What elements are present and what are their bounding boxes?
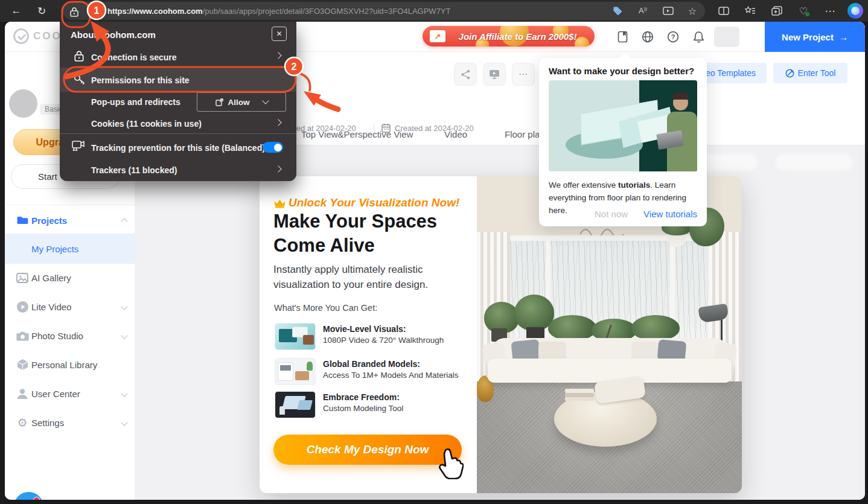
menu-item-connection-secure[interactable]: Connection is secure: [91, 53, 177, 62]
enter-tool-button[interactable]: Enter Tool: [773, 63, 847, 83]
tutorial-body-prefix: We offer extensive: [549, 180, 618, 190]
open-window-icon: [215, 98, 223, 106]
sidebar-item-settings[interactable]: ⚙ Settings: [5, 413, 135, 432]
read-aloud-icon: A)): [639, 6, 647, 15]
books: [565, 389, 594, 393]
sidebar-item-lite-video[interactable]: Lite Video: [5, 297, 135, 316]
chevron-up-icon: [121, 218, 127, 225]
refresh-button[interactable]: ↻: [34, 3, 49, 19]
check-design-button[interactable]: Check My Design Now: [273, 435, 462, 465]
url-path: /pub/saas/apps/project/detail/3FO3OGMSXV…: [203, 7, 451, 16]
secure-lock-icon: [74, 50, 84, 62]
essentials-status-dot: [805, 12, 809, 16]
feature-thumbnail-movie: [275, 323, 316, 350]
blurred-button: [776, 154, 852, 171]
new-project-button[interactable]: New Project →: [765, 22, 865, 52]
support-chat-button[interactable]: [14, 492, 43, 500]
project-more-button[interactable]: ⋯: [512, 63, 535, 86]
promo-subtitle: Instantly apply ultimately realistic vis…: [273, 262, 455, 292]
feature-desc: Access To 1M+ Models And Materials: [323, 371, 458, 380]
profile-avatar[interactable]: [9, 89, 37, 118]
sidebar-item-label: AI Gallery: [31, 273, 71, 283]
add-favorite-button[interactable]: ☆: [686, 4, 699, 18]
user-avatar[interactable]: [714, 27, 739, 47]
split-screen-button[interactable]: [717, 4, 730, 18]
favorites-hub-button[interactable]: [744, 4, 757, 18]
sidebar-item-label: Photo Studio: [31, 331, 83, 341]
read-aloud-button[interactable]: A)): [636, 4, 649, 18]
view-tutorials-button[interactable]: View tutorials: [643, 209, 697, 219]
chevron-right-icon: [275, 119, 281, 126]
chevron-down-icon: [262, 97, 269, 104]
not-now-button[interactable]: Not now: [595, 209, 628, 219]
sidebar-item-label: Settings: [31, 418, 64, 428]
feature-title: Embrace Freedom:: [323, 392, 400, 402]
cube-icon: [16, 358, 29, 371]
popups-allow-select[interactable]: Allow: [197, 92, 286, 112]
back-icon: ←: [11, 5, 22, 17]
collections-button[interactable]: [770, 4, 783, 18]
chevron-right-icon: [275, 165, 281, 172]
dropdown-title: About coohom.com: [71, 30, 156, 40]
browser-toolbar: ← ↻ https://www.coohom.com/pub/saas/apps…: [0, 0, 868, 22]
browser-essentials-button[interactable]: ♡: [797, 4, 810, 18]
affiliate-banner[interactable]: ↗ Join Affiliate to Earn 2000$!: [423, 26, 595, 46]
svg-text:?: ?: [671, 33, 675, 40]
back-button[interactable]: ←: [8, 3, 24, 19]
notifications-button[interactable]: [691, 30, 706, 44]
sidebar-item-user-center[interactable]: User Center: [5, 384, 135, 403]
bell-icon: [693, 31, 704, 43]
menu-item-popups: Pop-ups and redirects: [91, 97, 180, 107]
divider: [60, 133, 296, 134]
video-popout-button[interactable]: [662, 4, 675, 18]
share-button[interactable]: [454, 63, 477, 86]
lock-icon: [70, 7, 78, 17]
feature-branded-models: Global Branded Models: Access To 1M+ Mod…: [275, 358, 474, 387]
menu-item-cookies[interactable]: Cookies (11 cookies in use): [91, 119, 202, 129]
sidebar-item-label: User Center: [31, 389, 80, 399]
language-button[interactable]: [640, 30, 655, 44]
present-button[interactable]: [483, 63, 506, 86]
sidebar-item-ai-gallery[interactable]: AI Gallery: [5, 268, 135, 287]
sidebar-item-projects[interactable]: Projects: [5, 211, 135, 230]
allow-label: Allow: [228, 98, 250, 107]
site-info-lock-button[interactable]: [68, 5, 81, 18]
refresh-icon: ↻: [37, 5, 46, 18]
sidebar-item-label: Lite Video: [31, 302, 71, 312]
promo-title-line2: Come Alive: [273, 234, 467, 258]
sidebar-item-personal-library[interactable]: Personal Library: [5, 355, 135, 374]
globe-icon: [642, 31, 654, 43]
check-design-label: Check My Design Now: [307, 443, 429, 456]
tutorials-button[interactable]: [615, 30, 630, 44]
tab-top-view[interactable]: Top View&Perspective View: [301, 129, 413, 139]
copilot-button[interactable]: [847, 3, 863, 19]
tutorial-popup: Want to make your design better? We offe…: [539, 58, 707, 226]
favorites-hub-icon: [745, 6, 756, 16]
coohom-logo-icon: [13, 28, 29, 44]
promo-title-line1: Make Your Spaces: [273, 209, 467, 234]
sidebar-item-photo-studio[interactable]: Photo Studio: [5, 326, 135, 345]
sidebar-item-my-projects[interactable]: My Projects: [5, 234, 135, 264]
help-button[interactable]: ?: [666, 30, 680, 44]
tracking-toggle[interactable]: [263, 142, 283, 153]
chevron-down-icon: [121, 303, 127, 310]
sofa-seat: [488, 359, 732, 383]
site-info-dropdown: About coohom.com ✕ Connection is secure …: [60, 22, 296, 181]
menu-item-permissions[interactable]: Permissions for this site: [91, 75, 190, 85]
toolbar-more-button[interactable]: ⋯: [823, 4, 837, 18]
feature-title: Global Branded Models:: [323, 359, 420, 369]
crown-icon: [273, 199, 286, 211]
shopping-tag-icon: [613, 6, 623, 16]
dropdown-close-button[interactable]: ✕: [272, 27, 287, 41]
tutorial-image: [549, 80, 697, 171]
affiliate-banner-text: Join Affiliate to Earn 2000$!: [423, 26, 595, 46]
shopping-tag-button[interactable]: [611, 4, 624, 18]
tutorials-book-icon: [617, 31, 628, 43]
menu-item-trackers[interactable]: Trackers (11 blocked): [91, 165, 177, 175]
url-text: https://www.coohom.com/pub/saas/apps/pro…: [107, 0, 614, 22]
design-tool-icon: [785, 69, 794, 78]
sidebar-item-label: Personal Library: [31, 360, 97, 370]
tab-video[interactable]: Video: [444, 129, 467, 139]
more-dots-icon: ⋯: [519, 69, 528, 80]
user-icon: [16, 387, 29, 400]
